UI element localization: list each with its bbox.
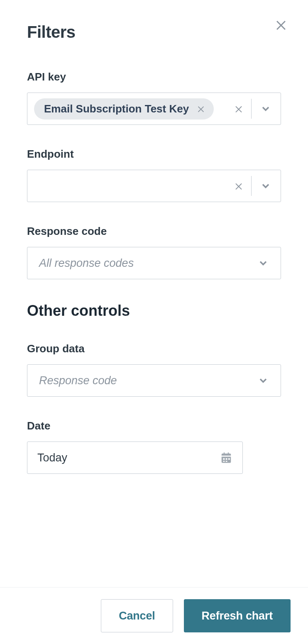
chevron-down-icon [260,180,271,192]
close-icon [274,17,288,32]
response-code-placeholder: All response codes [34,257,134,270]
endpoint-field: Endpoint [27,148,281,202]
api-key-chip-label: Email Subscription Test Key [44,102,189,115]
group-data-field: Group data Response code [27,342,281,397]
response-code-field: Response code All response codes [27,225,281,279]
api-key-content: Email Subscription Test Key [34,93,226,124]
chevron-down-icon [257,257,269,269]
response-code-content: All response codes [34,247,252,279]
group-data-content: Response code [34,365,252,396]
group-data-select[interactable]: Response code [27,364,281,397]
api-key-field: API key Email Subscription Test Key [27,71,281,125]
date-field: Date Today [27,420,281,474]
date-value: Today [37,451,67,464]
refresh-chart-button[interactable]: Refresh chart [184,599,291,632]
filters-panel: Filters API key Email Subscription Test … [0,0,308,474]
endpoint-dropdown-toggle[interactable] [252,180,274,192]
date-label: Date [27,420,281,432]
api-key-controls [226,99,274,119]
group-data-label: Group data [27,342,281,355]
panel-footer: Cancel Refresh chart [0,587,308,644]
api-key-select[interactable]: Email Subscription Test Key [27,93,281,125]
date-picker[interactable]: Today [27,442,243,474]
chevron-down-icon [260,103,271,115]
endpoint-label: Endpoint [27,148,281,161]
response-code-label: Response code [27,225,281,238]
endpoint-controls [226,176,274,196]
close-icon [196,104,205,113]
panel-title: Filters [27,23,281,41]
api-key-label: API key [27,71,281,83]
cancel-button[interactable]: Cancel [101,599,173,632]
close-icon [234,181,244,191]
api-key-chip: Email Subscription Test Key [34,98,214,120]
close-button[interactable] [274,17,288,32]
endpoint-content [34,170,226,202]
endpoint-select[interactable] [27,170,281,202]
calendar-icon [220,451,232,464]
api-key-chip-remove[interactable] [196,104,205,113]
api-key-dropdown-toggle[interactable] [252,103,274,115]
chevron-down-icon [257,375,269,386]
other-controls-header: Other controls [27,302,281,320]
response-code-dropdown-toggle[interactable] [252,257,274,269]
group-data-dropdown-toggle[interactable] [252,375,274,386]
api-key-clear[interactable] [226,104,251,114]
endpoint-clear[interactable] [226,181,251,191]
close-icon [234,104,244,114]
response-code-select[interactable]: All response codes [27,247,281,279]
group-data-placeholder: Response code [34,374,117,387]
